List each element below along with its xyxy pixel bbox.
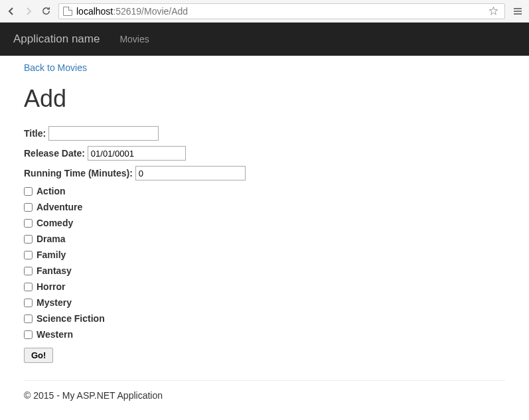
genre-label: Science Fiction — [37, 313, 105, 324]
navbar-brand[interactable]: Application name — [13, 33, 100, 46]
genre-checkbox[interactable] — [24, 251, 33, 259]
release-date-input[interactable] — [88, 146, 186, 161]
page-title: Add — [24, 85, 505, 113]
main-container: Back to Movies Add Title: Release Date: … — [0, 56, 529, 414]
genre-row: Adventure — [24, 202, 505, 212]
running-time-row: Running Time (Minutes): — [24, 166, 505, 180]
genre-label: Drama — [37, 234, 66, 244]
menu-icon[interactable] — [510, 4, 525, 19]
genre-label: Fantasy — [37, 265, 72, 276]
url-host: localhost — [76, 6, 113, 17]
genre-checkbox[interactable] — [24, 283, 33, 291]
genre-label: Comedy — [37, 218, 73, 228]
genre-row: Comedy — [24, 218, 505, 228]
genre-row: Action — [24, 186, 505, 196]
genre-checkbox[interactable] — [24, 299, 33, 307]
genre-row: Family — [24, 249, 505, 260]
genre-checkbox[interactable] — [24, 203, 33, 212]
running-time-label: Running Time (Minutes): — [24, 168, 133, 178]
title-input[interactable] — [48, 126, 159, 141]
back-button[interactable] — [4, 4, 19, 19]
release-date-row: Release Date: — [24, 146, 505, 161]
release-date-label: Release Date: — [24, 148, 85, 159]
genre-label: Horror — [37, 281, 66, 292]
running-time-input[interactable] — [135, 166, 246, 180]
divider — [24, 380, 505, 381]
genre-checkbox[interactable] — [24, 235, 33, 244]
genre-label: Action — [37, 186, 66, 196]
title-row: Title: — [24, 126, 505, 141]
genre-checkbox[interactable] — [24, 315, 33, 323]
reload-button[interactable] — [38, 4, 53, 19]
genre-row: Science Fiction — [24, 313, 505, 324]
genre-label: Adventure — [37, 202, 82, 212]
app-navbar: Application name Movies — [0, 23, 529, 56]
genre-checkbox[interactable] — [24, 330, 33, 339]
genre-checkbox[interactable] — [24, 187, 33, 196]
address-bar[interactable]: localhost:52619/Movie/Add — [58, 3, 505, 19]
genre-list: ActionAdventureComedyDramaFamilyFantasyH… — [24, 186, 505, 340]
title-label: Title: — [24, 128, 46, 139]
genre-label: Mystery — [37, 297, 72, 308]
genre-row: Horror — [24, 281, 505, 292]
submit-button[interactable]: Go! — [24, 348, 53, 363]
browser-toolbar: localhost:52619/Movie/Add — [0, 0, 529, 23]
genre-row: Mystery — [24, 297, 505, 308]
bookmark-icon[interactable] — [486, 4, 500, 19]
url-port: :52619 — [113, 6, 141, 17]
genre-label: Western — [37, 329, 73, 340]
file-icon — [63, 7, 72, 16]
url-text: localhost:52619/Movie/Add — [76, 6, 486, 17]
genre-checkbox[interactable] — [24, 267, 33, 275]
back-to-movies-link[interactable]: Back to Movies — [24, 62, 87, 73]
url-path: /Movie/Add — [141, 6, 188, 17]
genre-label: Family — [37, 249, 66, 260]
footer-text: © 2015 - My ASP.NET Application — [24, 390, 505, 401]
genre-row: Drama — [24, 234, 505, 244]
genre-checkbox[interactable] — [24, 219, 33, 228]
genre-row: Fantasy — [24, 265, 505, 276]
genre-row: Western — [24, 329, 505, 340]
forward-button[interactable] — [21, 4, 36, 19]
nav-link-movies[interactable]: Movies — [119, 34, 149, 44]
